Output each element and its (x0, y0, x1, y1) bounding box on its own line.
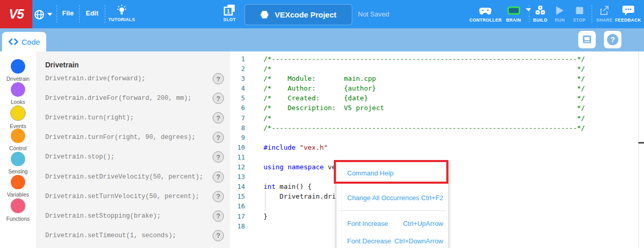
project-name-button[interactable]: VEXcode Project (244, 4, 352, 25)
command-row[interactable]: Drivetrain.setTimeout(1, seconds);? (36, 227, 230, 244)
save-status: Not Saved (358, 10, 389, 18)
palette-header: Drivetrain (45, 61, 79, 69)
code-line[interactable]: 4/* Author: {author} */ (230, 83, 644, 93)
tutorials-button[interactable]: TUTORIALS (107, 4, 137, 22)
command-row[interactable]: Drivetrain.stop();? (36, 148, 230, 166)
code-token: } (263, 212, 268, 220)
menu-item-shortcut: Ctrl+UpArrow (403, 220, 443, 227)
file-menu[interactable]: File (62, 9, 73, 17)
sidebar-item-control[interactable]: Control (0, 129, 36, 151)
chevron-down-icon (526, 8, 531, 11)
code-token: /* */ (263, 114, 585, 122)
menu-item-command-help[interactable]: Command Help (336, 162, 448, 184)
category-label: Sensing (0, 168, 36, 174)
tab-code-label: Code (22, 38, 40, 46)
secondary-toolbar (0, 28, 644, 51)
toolbar-divider (105, 5, 105, 23)
stop-button[interactable]: STOP (572, 4, 587, 23)
command-text: Drivetrain.setTurnVelocity(50, percent); (45, 193, 199, 200)
code-line[interactable]: 1/*-------------------------------------… (230, 54, 644, 64)
brain-button[interactable]: BRAIN (502, 4, 525, 23)
command-row[interactable]: Drivetrain.setDriveVelocity(50, percent)… (36, 168, 230, 186)
toolbar-divider (529, 5, 529, 23)
line-number: 7 (230, 113, 245, 123)
menu-item-shortcut: Ctrl+DownArrow (394, 237, 443, 245)
line-number: 5 (230, 93, 245, 103)
help-button[interactable]: ? (604, 31, 621, 48)
command-text: Drivetrain.turnFor(right, 90, degrees); (45, 134, 196, 141)
menu-item-change-all-occurrences[interactable]: Change All OccurrencesCtrl+F2 (336, 187, 448, 208)
command-help-button[interactable]: ? (213, 93, 224, 104)
feedback-bubble-icon (614, 4, 642, 16)
sidebar-item-functions[interactable]: Functions (0, 198, 36, 222)
command-help-button[interactable]: ? (213, 112, 224, 123)
command-help-button[interactable]: ? (213, 191, 224, 202)
menu-separator (339, 210, 445, 211)
line-number: 16 (230, 201, 245, 211)
code-line[interactable]: 10#include "vex.h" (230, 143, 644, 152)
code-line[interactable]: 6/* Description: V5 project */ (230, 103, 644, 113)
code-token: /*--------------------------------------… (263, 55, 585, 63)
project-name: VEXcode Project (275, 10, 336, 19)
code-token: /* */ (263, 65, 585, 73)
line-number: 12 (230, 162, 245, 172)
controller-button[interactable]: CONTROLLER (469, 4, 501, 23)
editor-right-border (638, 51, 639, 248)
sidebar-item-looks[interactable]: Looks (0, 82, 36, 105)
code-line[interactable]: 9 (230, 133, 644, 143)
sidebar-item-drivetrain[interactable]: Drivetrain (0, 59, 36, 82)
command-text: Drivetrain.driveFor(forward, 200, mm); (45, 95, 192, 102)
category-label: Drivetrain (0, 76, 36, 82)
sidebar-item-sensing[interactable]: Sensing (0, 152, 36, 174)
command-row[interactable]: Drivetrain.turnFor(right, 90, degrees);? (36, 129, 230, 146)
toolbar-divider (79, 5, 80, 23)
code-token: int (263, 183, 275, 190)
command-help-button[interactable]: ? (213, 151, 224, 163)
code-line[interactable]: 3/* Module: main.cpp */ (230, 74, 644, 83)
language-menu[interactable] (34, 7, 56, 22)
run-button[interactable]: RUN (553, 4, 566, 23)
command-row[interactable]: Drivetrain.drive(forward);? (36, 70, 230, 87)
line-number: 3 (230, 74, 245, 83)
edit-menu[interactable]: Edit (86, 9, 99, 17)
code-token: /*--------------------------------------… (263, 124, 585, 132)
feedback-button[interactable]: FEEDBACK (614, 4, 642, 23)
toolbar-divider (56, 5, 57, 23)
top-toolbar: V5 File Edit TUTORIALS (0, 0, 644, 28)
command-help-button[interactable]: ? (213, 171, 224, 183)
line-number: 18 (230, 221, 245, 231)
category-label: Variables (0, 191, 36, 198)
command-row[interactable]: Drivetrain.turn(right);? (36, 109, 230, 127)
menu-item-shortcut: Ctrl+F2 (421, 194, 443, 202)
menu-item-font-decrease[interactable]: Font DecreaseCtrl+DownArrow (336, 231, 448, 248)
command-help-button[interactable]: ? (213, 132, 224, 143)
share-button[interactable]: SHARE (595, 4, 614, 23)
sidebar-item-variables[interactable]: Variables (0, 175, 36, 198)
code-line[interactable]: 5/* Created: {date} */ (230, 93, 644, 103)
slot-button[interactable]: 1 SLOT (220, 4, 239, 22)
command-row[interactable]: Drivetrain.setTurnVelocity(50, percent);… (36, 188, 230, 205)
menu-item-label: Change All Occurrences (347, 194, 419, 202)
command-help-button[interactable]: ? (213, 230, 224, 241)
sidebar-item-events[interactable]: Events (0, 105, 36, 129)
command-help-button[interactable]: ? (213, 73, 224, 84)
category-sidebar: DrivetrainLooksEventsControlSensingVaria… (0, 51, 36, 248)
code-line[interactable]: 8/*-------------------------------------… (230, 123, 644, 133)
lightbulb-icon (107, 4, 137, 16)
code-line[interactable]: 7/* */ (230, 113, 644, 123)
print-console-button[interactable] (578, 31, 596, 48)
code-line[interactable]: 2/* */ (230, 64, 644, 74)
code-token: #include (263, 144, 296, 151)
code-token: namespace (288, 163, 324, 171)
command-row[interactable]: Drivetrain.setStopping(brake);? (36, 207, 230, 225)
line-number: 1 (230, 54, 245, 64)
command-help-button[interactable]: ? (213, 210, 224, 222)
globe-icon (34, 9, 45, 20)
command-row[interactable]: Drivetrain.driveFor(forward, 200, mm);? (36, 90, 230, 107)
tab-code[interactable]: Code (2, 32, 46, 51)
build-button[interactable]: BUILD (532, 4, 549, 23)
overview-ruler-mark (638, 142, 644, 144)
category-label: Control (0, 145, 36, 151)
command-text: Drivetrain.drive(forward); (45, 75, 145, 82)
code-token (283, 163, 288, 171)
